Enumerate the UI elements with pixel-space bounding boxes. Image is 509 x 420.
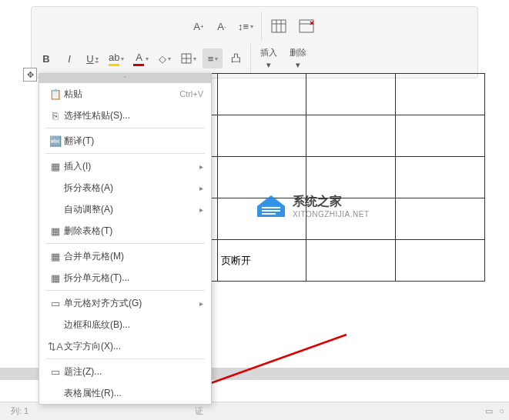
split-cells-icon: ▦: [47, 272, 64, 284]
menu-cell-align[interactable]: ▭ 单元格对齐方式(G) ▸: [39, 292, 211, 314]
menu-translate[interactable]: 🔤 翻译(T): [39, 130, 211, 152]
merge-cells-icon: ▦: [47, 251, 64, 262]
paste-icon: 📋: [47, 88, 64, 100]
status-icon[interactable]: ▭: [485, 406, 493, 416]
table-delete-btn[interactable]: [294, 18, 319, 35]
line-spacing-btn[interactable]: ↕≡▾: [235, 16, 256, 36]
menu-text-direction[interactable]: ⇅A 文字方向(X)...: [39, 335, 211, 357]
font-color-btn[interactable]: A▾: [130, 48, 152, 68]
watermark-sub: XITONGZHIJIA.NET: [293, 210, 370, 218]
submenu-arrow-icon: ▸: [199, 299, 203, 308]
menu-merge-cells[interactable]: ▦ 合并单元格(M): [39, 245, 211, 267]
paste-special-icon: ⎘: [47, 110, 64, 122]
translate-icon: 🔤: [47, 135, 64, 147]
menu-caption[interactable]: ▭ 题注(Z)...: [39, 361, 211, 382]
delete-dropdown[interactable]: 删除▾: [285, 45, 311, 72]
insert-icon: ▦: [47, 161, 64, 172]
menu-insert[interactable]: ▦ 插入(I) ▸: [39, 155, 211, 177]
watermark-title: 系统之家: [293, 194, 370, 210]
menu-border-shading[interactable]: 边框和底纹(B)...: [39, 314, 211, 335]
menu-split-cells[interactable]: ▦ 拆分单元格(T)...: [39, 267, 211, 288]
house-icon: [254, 192, 288, 220]
menu-table-properties[interactable]: 表格属性(R)...: [39, 382, 211, 404]
submenu-arrow-icon: ▸: [199, 184, 203, 192]
status-verify: 证: [189, 405, 209, 417]
menu-split-table[interactable]: 拆分表格(A) ▸: [39, 177, 211, 198]
shading-btn[interactable]: ◇▾: [155, 48, 175, 68]
font-shrink-btn[interactable]: A-: [212, 16, 232, 36]
table-move-handle[interactable]: ✥: [23, 68, 37, 82]
submenu-arrow-icon: ▸: [199, 162, 203, 171]
bold-btn[interactable]: B: [36, 48, 56, 68]
borders-btn[interactable]: ▾: [178, 48, 199, 68]
italic-btn[interactable]: I: [59, 48, 79, 68]
table-context-menu: ⌃ 📋 粘贴 Ctrl+V ⎘ 选择性粘贴(S)... 🔤 翻译(T) ▦ 插入…: [39, 73, 212, 405]
paste-shortcut: Ctrl+V: [179, 89, 203, 98]
highlight-btn[interactable]: ab▾: [105, 48, 127, 68]
submenu-arrow-icon: ▸: [199, 205, 203, 214]
svg-rect-0: [272, 20, 286, 32]
status-icon[interactable]: ○: [499, 406, 504, 416]
status-column: 列: 1: [5, 405, 35, 417]
menu-drag-handle[interactable]: ⌃: [39, 74, 211, 83]
align-icon: ▭: [47, 298, 64, 309]
formatting-toolbar: A+ A- ↕≡▾ B I U▾ ab▾ A▾ ◇▾ ▾ ≡▾ 凸 插入▾ 删除…: [31, 6, 478, 78]
site-watermark: 系统之家 XITONGZHIJIA.NET: [254, 192, 370, 220]
table-insert-btn[interactable]: [266, 18, 291, 35]
menu-delete-table[interactable]: ▦ 删除表格(T): [39, 220, 211, 242]
text-direction-icon: ⇅A: [47, 341, 64, 352]
align-btn[interactable]: ≡▾: [203, 48, 223, 68]
font-grow-btn[interactable]: A+: [189, 16, 209, 36]
menu-paste[interactable]: 📋 粘贴 Ctrl+V: [39, 83, 211, 105]
cell-text: 页断开: [217, 240, 306, 282]
delete-table-icon: ▦: [47, 225, 64, 237]
caption-icon: ▭: [47, 366, 64, 378]
menu-autofit[interactable]: 自动调整(A) ▸: [39, 198, 211, 220]
underline-btn[interactable]: U▾: [82, 48, 102, 68]
menu-paste-special[interactable]: ⎘ 选择性粘贴(S)...: [39, 105, 211, 126]
insert-dropdown[interactable]: 插入▾: [256, 45, 282, 72]
margins-btn[interactable]: 凸: [226, 48, 246, 68]
